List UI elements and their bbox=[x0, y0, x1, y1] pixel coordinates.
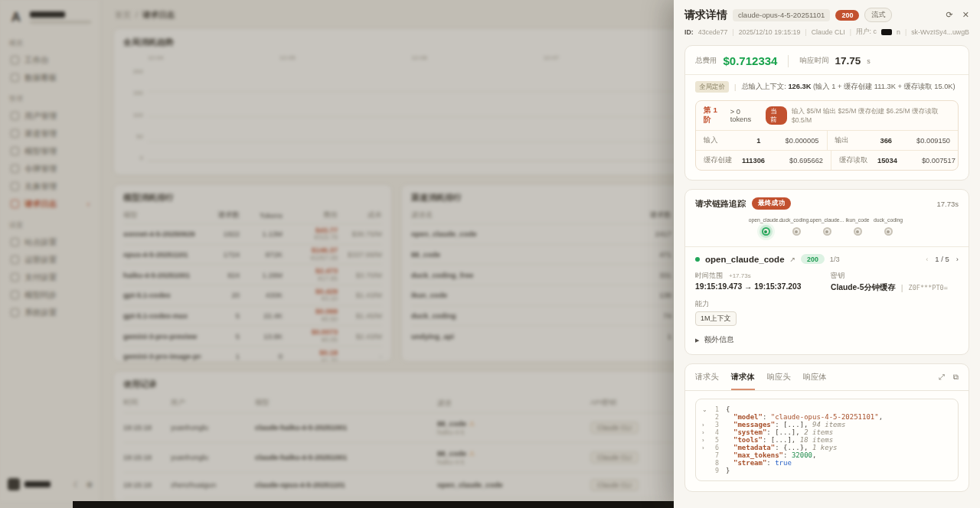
user-suffix: n bbox=[897, 28, 900, 36]
client-name: Claude CLI bbox=[812, 28, 845, 36]
tab-response-body[interactable]: 响应体 bbox=[803, 364, 827, 390]
channel-name: open_claude_code bbox=[705, 255, 785, 264]
tab-response-headers[interactable]: 响应头 bbox=[767, 364, 791, 390]
tree-closed-icon[interactable]: › bbox=[702, 437, 710, 444]
code-token: "metadata" bbox=[733, 444, 775, 451]
tab-request-body[interactable]: 请求体 bbox=[731, 364, 755, 390]
code-token: : [...], bbox=[766, 428, 804, 436]
request-detail-drawer: 请求详情 claude-opus-4-5-20251101 200 流式 ⟳ ✕… bbox=[674, 0, 980, 508]
external-link-icon[interactable]: ↗ bbox=[790, 256, 796, 263]
time-range-field: 时间范围+17.73s 19:15:19.473 → 19:15:37.203 bbox=[695, 271, 823, 293]
time-range-delta: +17.73s bbox=[729, 272, 751, 279]
current-tier-badge: 当前 bbox=[766, 106, 787, 125]
prev-page-icon[interactable]: ‹ bbox=[926, 255, 928, 263]
trace-node[interactable]: duck_coding bbox=[873, 217, 903, 236]
trace-node-label: ikun_code bbox=[846, 217, 870, 223]
code-token: "claude-opus-4-5-20251101" bbox=[771, 413, 879, 421]
trace-node-label: duck_coding bbox=[874, 217, 903, 223]
payload-tabs: 请求头 请求体 响应头 响应体 ⤢ ⧉ bbox=[685, 364, 969, 391]
pricing-badge: 全局定价 bbox=[695, 81, 729, 93]
tier-pricing-box: 第 1 阶 > 0 tokens 当前 输入 $5/M 输出 $25/M 缓存创… bbox=[695, 100, 959, 171]
code-line[interactable]: 7 "max_tokens": 32000, bbox=[702, 451, 952, 459]
context-total: 126.3K bbox=[788, 83, 811, 90]
close-icon[interactable]: ✕ bbox=[962, 10, 969, 20]
code-token: : [...], bbox=[763, 436, 800, 444]
code-line[interactable]: › 4 "system": [...], 2 items bbox=[702, 428, 952, 436]
model-pill: claude-opus-4-5-20251101 bbox=[733, 9, 830, 21]
code-line[interactable]: › 3 "messages": [...], 94 items bbox=[702, 421, 952, 428]
trace-node[interactable]: ikun_code bbox=[842, 217, 873, 236]
copy-icon[interactable]: ⧉ bbox=[953, 373, 959, 382]
code-token: : [...], bbox=[775, 421, 812, 428]
tree-closed-icon[interactable]: › bbox=[702, 444, 710, 451]
trace-node-dot bbox=[762, 227, 770, 236]
tree-closed-icon[interactable]: › bbox=[702, 429, 710, 436]
trace-node-dot bbox=[884, 227, 893, 236]
cell-label: 缓存读取 bbox=[839, 155, 877, 165]
capability-label: 能力 bbox=[695, 299, 823, 309]
code-token: "system" bbox=[733, 428, 766, 436]
cell-label: 输入 bbox=[704, 135, 742, 145]
trace-title: 请求链路追踪 bbox=[695, 198, 746, 210]
tab-request-headers[interactable]: 请求头 bbox=[695, 364, 719, 390]
code-line[interactable]: › 5 "tools": [...], 18 items bbox=[702, 436, 952, 444]
trace-node[interactable]: duck_coding... bbox=[781, 217, 812, 236]
total-cost-label: 总费用 bbox=[695, 56, 717, 66]
line-number: 7 bbox=[710, 451, 719, 459]
refresh-icon[interactable]: ⟳ bbox=[946, 10, 953, 20]
line-number: 3 bbox=[710, 421, 719, 428]
cell-cost: $0.695662 bbox=[765, 157, 823, 164]
line-number: 8 bbox=[710, 459, 719, 467]
key-masked: Z0F***PT0= bbox=[909, 284, 948, 291]
cell-cost: $0.009150 bbox=[892, 137, 950, 145]
tier-unit-prices: 输入 $5/M 输出 $25/M 缓存创建 $6.25/M 缓存读取 $0.5/… bbox=[792, 107, 950, 124]
tier-cell-cache-read: 缓存读取 15034 $0.007517 bbox=[831, 151, 963, 170]
cost-card: 总费用 $0.712334 响应时间 17.75 s 全局定价 | 总输入上下文… bbox=[684, 45, 969, 181]
code-line[interactable]: › 6 "metadata": {...}, 1 keys bbox=[702, 444, 952, 451]
attempt-count: 1/3 bbox=[830, 256, 840, 263]
stream-badge: 流式 bbox=[864, 8, 892, 22]
tier-cell-output: 输出 366 $0.009150 bbox=[827, 131, 959, 150]
caret-right-icon: ▶ bbox=[695, 337, 699, 344]
capability-field: 能力 1M上下文 bbox=[695, 299, 823, 326]
code-token: : {...}, bbox=[775, 444, 812, 451]
code-token: true bbox=[775, 459, 792, 467]
line-number: 9 bbox=[710, 467, 719, 474]
collapse-icon[interactable]: ⤢ bbox=[939, 373, 945, 382]
separator: | bbox=[734, 83, 736, 91]
line-number: 4 bbox=[710, 428, 719, 436]
time-range-label: 时间范围 bbox=[695, 272, 723, 279]
code-token: , bbox=[879, 413, 883, 421]
extra-info-toggle[interactable]: ▶ 额外信息 bbox=[685, 326, 969, 354]
line-number: 5 bbox=[710, 436, 719, 444]
json-viewer[interactable]: ⌄ 1 { 2 "model": "claude-opus-4-5-202511… bbox=[695, 399, 959, 481]
code-line[interactable]: 2 "model": "claude-opus-4-5-20251101", bbox=[702, 413, 952, 421]
cell-count: 15034 bbox=[877, 157, 897, 164]
code-token: { bbox=[726, 405, 730, 413]
code-line[interactable]: 9 } bbox=[702, 467, 952, 474]
api-key-masked: sk-WvzISy4...uwgB bbox=[911, 28, 969, 36]
code-line[interactable]: 8 "stream": true bbox=[702, 459, 952, 467]
code-token: 1 keys bbox=[812, 444, 838, 451]
trace-node[interactable]: open_claude... bbox=[750, 217, 781, 236]
code-token: 18 items bbox=[800, 436, 833, 444]
code-token: "stream" bbox=[733, 459, 766, 467]
context-detail: (输入 1 + 缓存创建 111.3K + 缓存读取 15.0K) bbox=[813, 83, 956, 90]
tree-closed-icon[interactable]: › bbox=[702, 422, 710, 428]
code-line[interactable]: ⌄ 1 { bbox=[702, 405, 952, 413]
trace-node-dot bbox=[792, 227, 801, 236]
cell-label: 输出 bbox=[835, 135, 874, 145]
next-page-icon[interactable]: › bbox=[956, 255, 959, 263]
trace-node-label: open_claude... bbox=[810, 217, 844, 223]
status-badge: 200 bbox=[835, 10, 859, 21]
tier-cell-cache-write: 缓存创建 111306 $0.695662 bbox=[696, 151, 831, 170]
cell-count: 366 bbox=[874, 137, 893, 145]
trace-node[interactable]: open_claude... bbox=[812, 217, 842, 236]
cell-cost: $0.007517 bbox=[897, 157, 956, 164]
code-token: 94 items bbox=[812, 421, 845, 428]
page-indicator: 1 / 5 bbox=[935, 255, 949, 263]
code-token: : bbox=[783, 451, 792, 459]
separator: | bbox=[805, 28, 806, 36]
tree-open-icon[interactable]: ⌄ bbox=[702, 406, 710, 413]
trace-node-dot bbox=[823, 227, 831, 236]
